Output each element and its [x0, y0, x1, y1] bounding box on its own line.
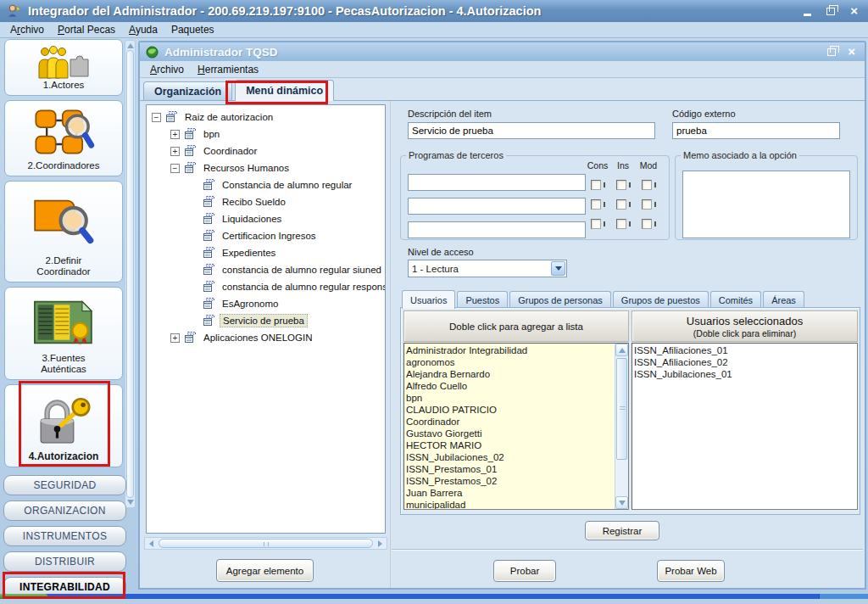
list-item[interactable]: agronomos [406, 356, 613, 368]
checkbox[interactable] [616, 180, 626, 190]
sidebar-item-1-actores[interactable]: 1.Actores [4, 39, 123, 96]
tree-item[interactable]: Recibo Sueldo [147, 193, 385, 210]
list-item[interactable]: Coordinador [406, 416, 613, 428]
codigo-externo-input[interactable] [672, 122, 840, 139]
tab-menu-dinamico[interactable]: Menú dinámico [235, 80, 334, 101]
tree-item[interactable]: −Raiz de autorizacion [147, 109, 385, 126]
nivel-acceso-combobox[interactable]: 1 - Lectura [408, 260, 567, 277]
memo-textarea[interactable] [682, 171, 850, 238]
scroll-left-button[interactable] [145, 538, 158, 549]
tree-item[interactable]: Constancia de alumno regular [147, 176, 385, 193]
checkbox[interactable] [642, 219, 652, 229]
list-scroll-thumb[interactable] [616, 358, 627, 460]
list-item[interactable]: CLAUDIO PATRICIO [406, 404, 613, 416]
checkbox[interactable] [591, 180, 601, 190]
tree-item[interactable]: constancia de alumno regular respons [147, 278, 385, 295]
sidebar-button-instrumentos[interactable]: INSTRUMENTOS [3, 526, 126, 546]
list-item[interactable]: Administrador Integrabilidad [406, 344, 613, 356]
sidebar-scrollbar[interactable] [125, 40, 136, 508]
list-item[interactable]: HECTOR MARIO [406, 439, 613, 451]
tree-item[interactable]: EsAgronomo [147, 295, 385, 312]
sidebar-item-2-definir-coordinador[interactable]: 2.Definir Coordinador [4, 181, 123, 282]
scroll-down-icon[interactable] [127, 500, 134, 505]
tree-item[interactable]: Expedientes [147, 244, 385, 261]
minimize-icon[interactable] [804, 7, 811, 16]
checkbox[interactable] [616, 199, 626, 210]
menu-archivo[interactable]: Archivo [3, 22, 51, 37]
list-item[interactable]: ISSN_Prestamos_01 [406, 463, 613, 475]
menu-paquetes[interactable]: Paquetes [164, 22, 221, 37]
expand-icon[interactable]: + [170, 333, 180, 343]
taskbar[interactable] [0, 594, 868, 599]
tree-item[interactable]: +Aplicaciones ONELOGIN [147, 329, 385, 346]
sidebar-button-distribuir[interactable]: DISTRIBUIR [3, 551, 126, 572]
hscroll-thumb[interactable] [159, 539, 373, 548]
tab-grupos-de-puestos[interactable]: Grupos de puestos [613, 291, 709, 308]
checkbox[interactable] [591, 219, 601, 229]
tree-item[interactable]: Certificacion Ingresos [147, 227, 385, 244]
descripcion-input[interactable] [408, 122, 655, 139]
restore-icon[interactable] [826, 8, 835, 15]
start-button[interactable] [0, 594, 47, 599]
hscroll-track[interactable] [158, 538, 374, 549]
tab-areas[interactable]: Áreas [763, 291, 804, 308]
tree-item[interactable]: Liquidaciones [147, 210, 385, 227]
list-item[interactable]: municipalidad [406, 499, 613, 510]
close-icon[interactable]: × [850, 6, 858, 16]
sidebar-button-organizacion[interactable]: ORGANIZACION [3, 501, 126, 521]
list-item[interactable]: ISSN_Afiliaciones_02 [634, 356, 855, 368]
tree-item[interactable]: +Coordinador [147, 143, 385, 159]
menu-portal-pecas[interactable]: Portal Pecas [51, 22, 122, 37]
tree-item[interactable]: Servicio de prueba [147, 312, 385, 329]
tab-usuarios[interactable]: Usuarios [402, 290, 455, 309]
checkbox[interactable] [642, 199, 652, 210]
selected-users-list[interactable]: ISSN_Afiliaciones_01ISSN_Afiliaciones_02… [632, 343, 858, 510]
sidebar-scrollbar-thumb[interactable] [126, 50, 134, 498]
list-scroll-up-button[interactable] [615, 344, 628, 356]
inner-menu-archivo[interactable]: Archivo [143, 62, 191, 77]
list-item[interactable]: ISSN_Prestamos_02 [406, 475, 613, 487]
tab-comites[interactable]: Comités [710, 291, 761, 308]
agregar-elemento-button[interactable]: Agregar elemento [216, 559, 314, 582]
list-item[interactable]: Alejandra Bernardo [406, 368, 613, 380]
sidebar-item-3-fuentes-autenticas[interactable]: 3.Fuentes Auténticas [4, 287, 123, 380]
checkbox[interactable] [591, 199, 601, 210]
inner-menu-herramientas[interactable]: Herramientas [191, 62, 265, 77]
sidebar-item-4-autorizacion[interactable]: 4.Autorizacion [4, 384, 123, 467]
available-users-list[interactable]: Administrador IntegrabilidadagronomosAle… [403, 343, 629, 510]
tree-horizontal-scrollbar[interactable] [144, 537, 387, 550]
inner-close-icon[interactable]: × [848, 47, 855, 57]
list-item[interactable]: Alfredo Cuello [406, 380, 613, 392]
scroll-up-icon[interactable] [127, 43, 134, 48]
collapse-icon[interactable]: − [152, 113, 161, 122]
inner-titlebar[interactable]: Administrador TQSD × [140, 42, 865, 61]
tab-puestos[interactable]: Puestos [457, 291, 508, 308]
inner-restore-icon[interactable] [827, 48, 836, 56]
list-scroll-down-button[interactable] [615, 496, 628, 509]
programa-input-1[interactable] [408, 174, 586, 191]
list-item[interactable]: Juan Barrera [406, 487, 613, 499]
expand-icon[interactable]: + [170, 147, 180, 156]
list-item[interactable]: bpn [406, 392, 613, 404]
combo-dropdown-button[interactable] [551, 261, 565, 276]
main-titlebar[interactable]: Integrador del Administrador - 200.69.21… [0, 0, 868, 22]
menu-ayuda[interactable]: Ayuda [122, 22, 164, 37]
list-scrollbar[interactable] [615, 344, 628, 509]
list-item[interactable]: Gustavo Giorgetti [406, 428, 613, 439]
registrar-button[interactable]: Registrar [585, 521, 659, 540]
sidebar-button-seguridad[interactable]: SEGURIDAD [3, 475, 126, 495]
list-item[interactable]: ISSN_Jubilaciones_02 [406, 451, 613, 463]
probar-web-button[interactable]: Probar Web [657, 560, 725, 582]
tab-grupos-de-personas[interactable]: Grupos de personas [509, 291, 611, 308]
sidebar-item-2-coordinadores[interactable]: 2.Coordinadores [4, 100, 123, 176]
programa-input-2[interactable] [408, 198, 586, 215]
tab-organizacion[interactable]: Organización [143, 81, 232, 100]
tree-item[interactable]: +bpn [147, 126, 385, 143]
checkbox[interactable] [642, 180, 652, 190]
collapse-icon[interactable]: − [170, 164, 180, 173]
list-item[interactable]: ISSN_Afiliaciones_01 [634, 344, 855, 356]
programa-input-3[interactable] [408, 221, 586, 238]
list-item[interactable]: ISSN_Jubilaciones_01 [634, 368, 855, 380]
checkbox[interactable] [616, 219, 626, 229]
tree-item[interactable]: constancia de alumno regular siuned [147, 261, 385, 278]
